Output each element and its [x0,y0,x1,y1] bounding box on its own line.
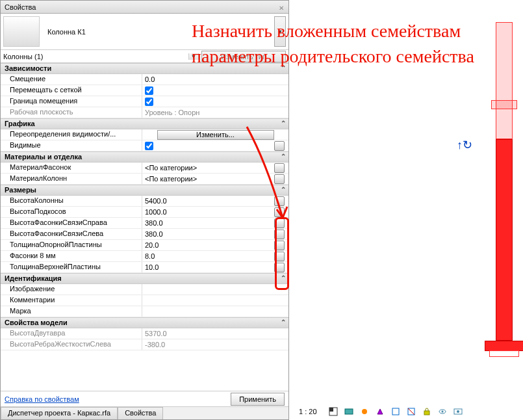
property-value[interactable]: Изменить... [142,129,288,140]
apply-button[interactable]: Применить [231,393,285,406]
property-value[interactable] [142,295,288,306]
associate-parameter-button[interactable] [274,163,285,173]
group-header[interactable]: Материалы и отделка⌃ [1,151,288,163]
associate-parameter-button[interactable] [274,230,285,239]
svg-point-3 [362,409,367,414]
property-value[interactable] [142,284,288,295]
property-value[interactable]: 20.0 [142,240,288,250]
property-row: ТолщинаВерхнейПластины10.0 [1,262,288,273]
property-row: ТолщинаОпорнойПластины20.0 [1,240,288,251]
reveal-hidden-icon[interactable] [453,407,463,416]
property-value[interactable] [142,306,288,317]
property-value[interactable]: 1000.0 [142,207,288,217]
property-value[interactable]: 5400.0 [142,196,288,206]
associate-parameter-button[interactable] [274,218,285,228]
property-value[interactable]: 380.0 [142,229,288,239]
property-row: Граница помещения [1,96,288,107]
property-row: Переопределения видимости/...Изменить... [1,129,288,140]
property-label: Марка [1,306,142,317]
associate-parameter-button[interactable] [274,141,285,151]
property-value[interactable]: 10.0 [142,262,288,272]
visual-style-icon[interactable] [344,407,353,416]
collapse-icon[interactable]: ⌃ [281,186,286,193]
lock-icon[interactable] [422,407,431,416]
property-value[interactable]: Уровень : Опорн [142,107,288,118]
associate-parameter-button[interactable] [274,241,285,250]
associate-parameter-button[interactable] [274,196,285,206]
collapse-icon[interactable]: ⌃ [281,153,286,160]
nav-widget-icon[interactable]: ↑↻ [457,138,472,152]
property-label: ВысотаПодкосов [1,207,142,217]
group-header[interactable]: Графика⌃ [1,118,288,129]
property-label: ВысотаРебраЖесткостиСлева [1,339,142,350]
crop-icon[interactable] [391,407,400,416]
property-value[interactable]: <По категории> [142,163,288,173]
associate-parameter-button[interactable] [274,252,285,261]
svg-point-11 [457,410,459,413]
property-label: ВысотаДвутавра [1,328,142,339]
group-header[interactable]: Размеры⌃ [1,185,288,196]
property-checkbox[interactable] [145,98,153,106]
svg-point-9 [441,411,443,413]
temp-hide-icon[interactable] [438,407,447,416]
property-label: ВысотаКолонны [1,196,142,206]
property-row: Перемещать с сеткой [1,85,288,96]
group-header[interactable]: Свойства модели⌃ [1,317,288,328]
properties-list[interactable]: Зависимости⌃Смещение0.0Перемещать с сетк… [1,63,288,391]
detail-level-icon[interactable] [329,407,338,416]
viewport-3d[interactable]: ↑↻ [290,0,523,420]
help-link[interactable]: Справка по свойствам [5,395,79,403]
property-row: ВысотаРебраЖесткостиСлева-380.0 [1,339,288,350]
instance-row: Колонны (1) ▼ Изменить тип [1,50,288,63]
property-row: МатериалКолонн<По категории> [1,174,288,185]
property-value[interactable]: -380.0 [142,339,288,350]
group-header[interactable]: Зависимости⌃ [1,63,288,74]
group-header[interactable]: Идентификация⌃ [1,273,288,284]
property-value[interactable]: 8.0 [142,251,288,261]
property-edit-button[interactable]: Изменить... [157,130,274,140]
panel-title-bar[interactable]: Свойства ✕ [1,1,288,14]
svg-line-6 [408,408,415,415]
property-label: Видимые [1,140,142,151]
property-value[interactable]: <По категории> [142,174,288,184]
chevron-down-icon[interactable]: ▼ [274,16,286,47]
collapse-icon[interactable]: ⌃ [281,120,286,127]
property-row: МатериалФасонок<По категории> [1,163,288,174]
property-label: Изображение [1,284,142,295]
tab-project-browser[interactable]: Диспетчер проекта - Каркас.rfa [1,407,118,419]
instance-count-label: Колонны (1) [1,53,188,60]
sun-path-icon[interactable] [360,407,369,416]
property-label: Перемещать с сеткой [1,85,142,96]
shadows-icon[interactable] [376,407,385,416]
scale-label[interactable]: 1 : 20 [299,408,317,415]
property-checkbox[interactable] [145,86,153,95]
property-label: Рабочая плоскость [1,107,142,118]
property-row: ВысотаДвутавра5370.0 [1,328,288,339]
property-checkbox[interactable] [145,142,153,150]
property-value[interactable] [142,85,288,96]
crop-visible-icon[interactable] [407,407,416,416]
associate-parameter-button[interactable] [274,263,285,272]
associate-parameter-button[interactable] [274,207,285,217]
type-selector[interactable]: Колонна К1 ▼ [1,14,288,50]
svg-rect-4 [392,408,399,415]
panel-tabs: Диспетчер проекта - Каркас.rfa Свойства [1,406,288,419]
collapse-icon[interactable]: ⌃ [281,64,286,72]
property-value[interactable] [142,140,288,151]
property-value[interactable] [142,96,288,107]
collapse-icon[interactable]: ⌃ [281,319,286,326]
property-row: Фасонки 8 мм8.0 [1,251,288,262]
tab-properties[interactable]: Свойства [118,407,163,419]
collapse-icon[interactable]: ⌃ [281,274,286,282]
svg-rect-7 [424,411,429,415]
chevron-down-icon[interactable]: ▼ [188,53,199,60]
property-value[interactable]: 380.0 [142,218,288,228]
property-value[interactable]: 0.0 [142,74,288,85]
close-icon[interactable]: ✕ [277,2,286,11]
property-label: МатериалФасонок [1,163,142,173]
property-row: ВысотаКолонны5400.0 [1,196,288,207]
associate-parameter-button[interactable] [274,174,285,184]
property-value[interactable]: 5370.0 [142,328,288,339]
edit-type-button[interactable]: Изменить тип [201,51,286,62]
property-row: ВысотаФасонкиСвязиСлева380.0 [1,229,288,240]
